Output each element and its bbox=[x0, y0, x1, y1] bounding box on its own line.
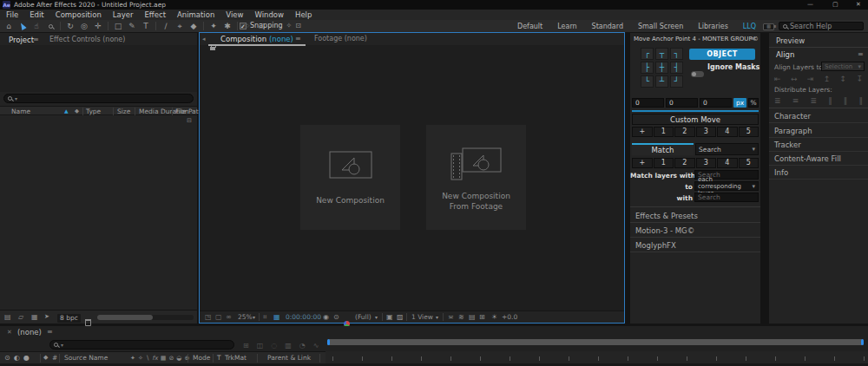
audio-icon[interactable]: ◐ bbox=[14, 355, 20, 362]
workspace-tab-default[interactable]: Default bbox=[517, 23, 542, 30]
switch-motion-blur-icon[interactable]: ⊘ bbox=[168, 355, 174, 362]
anchor-bottom-right-button[interactable]: ┘ bbox=[670, 75, 683, 88]
mini-flowchart-icon[interactable]: ⊞ bbox=[479, 314, 485, 321]
custom-move-3-button[interactable]: 3 bbox=[696, 127, 717, 137]
anchor-bottom-left-button[interactable]: └ bbox=[641, 75, 654, 88]
loop-icon[interactable]: ∞ bbox=[226, 314, 232, 321]
roto-brush-tool[interactable]: ✦ bbox=[207, 21, 220, 31]
menu-view[interactable]: View bbox=[226, 10, 243, 19]
timeline-panel-menu-icon[interactable]: ≡ bbox=[47, 329, 53, 336]
tracker-panel-header[interactable]: Tracker bbox=[769, 138, 868, 152]
anchor-bottom-center-button[interactable]: ┴ bbox=[655, 75, 668, 88]
column-size[interactable]: Size bbox=[117, 108, 130, 115]
brush-tool[interactable]: ∕ bbox=[160, 21, 172, 31]
composition-mini-flowchart-icon[interactable]: ⊞ bbox=[243, 342, 249, 350]
composition-panel-menu-icon[interactable]: ≡ bbox=[295, 36, 301, 42]
distribute-bottom-button[interactable]: ≣ bbox=[810, 96, 817, 105]
menu-effect[interactable]: Effect bbox=[145, 10, 166, 19]
distribute-h-center-button[interactable]: ∥ bbox=[844, 96, 848, 105]
align-panel-header[interactable]: Align bbox=[776, 51, 794, 59]
workspace-tab-libraries[interactable]: Libraries bbox=[698, 23, 728, 30]
snapping-checkbox[interactable]: ✓ bbox=[240, 23, 247, 29]
sort-ascending-icon[interactable]: ▲ bbox=[64, 108, 69, 114]
puppet-pin-tool[interactable]: ✱ bbox=[221, 21, 233, 31]
workspace-tab-small-screen[interactable]: Small Screen bbox=[638, 23, 683, 30]
pen-tool[interactable]: ✎ bbox=[126, 21, 138, 31]
view-layout-value[interactable]: 1 View bbox=[411, 314, 433, 321]
match-1-button[interactable]: 1 bbox=[654, 158, 674, 168]
align-panel-menu-icon[interactable]: ≡ bbox=[858, 51, 864, 58]
align-right-button[interactable]: ⇥ bbox=[807, 75, 814, 83]
project-settings-icon[interactable]: ➤ bbox=[44, 314, 49, 320]
distribute-left-button[interactable]: ∥ bbox=[828, 96, 832, 105]
match-4-button[interactable]: 4 bbox=[717, 158, 738, 168]
ignore-masks-toggle[interactable] bbox=[691, 64, 704, 81]
source-name-column[interactable]: Source Name bbox=[64, 355, 108, 362]
parent-link-column[interactable]: Parent & Link bbox=[267, 355, 311, 362]
label-tag-icon[interactable]: ◆ bbox=[43, 355, 48, 361]
tab-composition-none[interactable]: (none) bbox=[269, 36, 293, 43]
new-composition-from-footage-button[interactable]: New Composition From Footage bbox=[426, 125, 526, 230]
new-composition-icon[interactable]: ▦ bbox=[31, 314, 38, 321]
switch-adjustment-icon[interactable]: ◒ bbox=[176, 355, 181, 362]
maximize-button[interactable]: ▢ bbox=[832, 2, 838, 8]
menu-window[interactable]: Window bbox=[254, 10, 284, 19]
layer-number-column[interactable]: # bbox=[52, 355, 57, 362]
bit-depth-button[interactable]: 8 bpc bbox=[57, 314, 81, 323]
percent-unit-button[interactable]: % bbox=[748, 98, 759, 108]
timeline-ruler[interactable] bbox=[326, 351, 868, 363]
main-viewer-icon[interactable]: ▢ bbox=[215, 314, 222, 321]
type-tool[interactable]: T bbox=[140, 21, 152, 31]
region-of-interest-icon[interactable]: ▣ bbox=[386, 314, 393, 321]
switch-fx-icon[interactable]: fx bbox=[152, 355, 158, 362]
clone-stamp-tool[interactable]: ⌖ bbox=[174, 21, 186, 31]
menu-animation[interactable]: Animation bbox=[177, 10, 214, 19]
view-layout-caret-icon[interactable]: ▾ bbox=[436, 315, 438, 320]
draft-3d-icon[interactable]: ◫ bbox=[257, 342, 264, 350]
align-left-button[interactable]: ⇤ bbox=[774, 75, 781, 83]
character-panel-header[interactable]: Character bbox=[769, 109, 868, 123]
fast-previews-icon[interactable]: ≋ bbox=[458, 314, 464, 321]
exposure-value[interactable]: +0.0 bbox=[502, 314, 517, 321]
distribute-right-button[interactable]: ∥ bbox=[859, 96, 864, 105]
trkmat-column[interactable]: TrkMat bbox=[225, 355, 247, 362]
resolution-caret-icon[interactable]: ▾ bbox=[375, 315, 378, 320]
workspace-tab-llq-active[interactable]: LLQ bbox=[743, 23, 756, 30]
project-hscroll-track[interactable] bbox=[97, 315, 194, 320]
hand-tool[interactable]: ☝ bbox=[30, 21, 43, 31]
paragraph-panel-header[interactable]: Paragraph bbox=[769, 124, 868, 138]
match-add-button[interactable]: + bbox=[632, 158, 653, 168]
help-search-box[interactable] bbox=[779, 22, 864, 30]
reset-exposure-icon[interactable]: ☀ bbox=[491, 314, 497, 321]
switch-collapse-icon[interactable]: ✧ bbox=[138, 355, 143, 362]
current-time-display[interactable]: 0:00:00:00 bbox=[286, 314, 321, 321]
magnification-caret-icon[interactable]: ▾ bbox=[253, 315, 255, 320]
match-5-button[interactable]: 5 bbox=[739, 158, 760, 168]
match-search-dropdown[interactable]: Search ▾ bbox=[695, 143, 759, 155]
magnification-value[interactable]: 25% bbox=[238, 314, 253, 321]
menu-layer[interactable]: Layer bbox=[113, 10, 134, 19]
anchor-panel-menu-icon[interactable]: ≡ bbox=[750, 36, 756, 42]
workspace-tab-learn[interactable]: Learn bbox=[557, 23, 576, 30]
align-bottom-button[interactable]: ↧ bbox=[856, 75, 863, 83]
zoom-tool[interactable] bbox=[44, 21, 56, 31]
interpret-footage-icon[interactable]: ▤ bbox=[4, 314, 11, 321]
project-flowchart-icon[interactable]: ⊟ bbox=[187, 118, 192, 124]
tab-footage[interactable]: Footage (none) bbox=[314, 36, 367, 42]
video-eye-icon[interactable]: ⊙ bbox=[4, 355, 10, 362]
minimize-button[interactable]: — bbox=[807, 2, 813, 8]
anchor-top-center-button[interactable]: ┬ bbox=[655, 48, 668, 60]
with-input[interactable] bbox=[694, 193, 759, 202]
frame-blending-icon[interactable]: ▥ bbox=[285, 342, 292, 350]
pixel-aspect-icon[interactable]: ≍ bbox=[448, 314, 454, 321]
custom-move-5-button[interactable]: 5 bbox=[739, 127, 760, 137]
column-name[interactable]: Name bbox=[11, 108, 30, 115]
tab-composition-active[interactable]: Composition bbox=[220, 36, 266, 43]
timeline-tab-close-icon[interactable]: ✕ bbox=[7, 330, 12, 336]
snapshot-icon[interactable]: ◉ bbox=[323, 314, 329, 321]
timeline-search-input[interactable] bbox=[66, 341, 230, 349]
align-top-button[interactable]: ↥ bbox=[824, 75, 831, 83]
grid-guide-options-icon[interactable]: ▦ bbox=[273, 314, 280, 321]
project-panel-menu-icon[interactable]: ≡ bbox=[33, 36, 39, 43]
custom-move-header[interactable]: Custom Move bbox=[632, 114, 759, 125]
